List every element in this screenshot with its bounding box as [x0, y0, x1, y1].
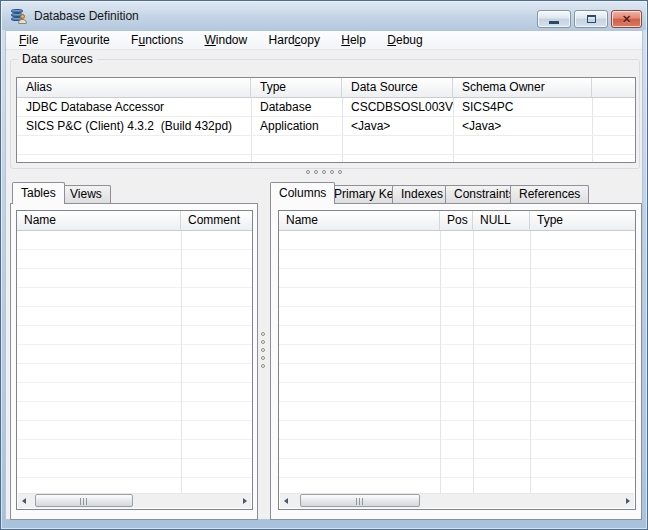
- client-area: File Favourite Functions Window Hardcopy…: [5, 30, 643, 520]
- cell-data-source: <Java>: [342, 117, 453, 136]
- database-user-icon: [11, 8, 27, 24]
- tables-grid: Name Comment: [16, 210, 253, 510]
- columns-grid-body[interactable]: [279, 231, 635, 493]
- cell-schema-owner: SICS4PC: [453, 98, 592, 117]
- cell-alias: SICS P&C (Client) 4.3.2 (Build 432pd): [17, 117, 251, 136]
- scroll-left-button[interactable]: [18, 494, 33, 508]
- tab-views[interactable]: Views: [61, 185, 111, 203]
- maximize-icon: [587, 15, 596, 23]
- scrollbar-thumb[interactable]: [35, 494, 133, 507]
- header-data-source[interactable]: Data Source: [342, 78, 453, 98]
- menu-help[interactable]: Help: [332, 31, 375, 50]
- right-arrow-icon: [243, 498, 247, 504]
- cell-data-source: CSCDBSOSL003V: [342, 98, 453, 117]
- tables-horizontal-scrollbar[interactable]: [18, 493, 251, 508]
- header-type[interactable]: Type: [251, 78, 342, 98]
- thumb-grip-icon: [80, 498, 88, 505]
- maximize-button[interactable]: [574, 10, 608, 28]
- scroll-left-button[interactable]: [280, 494, 295, 508]
- columns-grid: Name Pos NULL Type: [278, 210, 636, 510]
- header-name[interactable]: Name: [279, 211, 440, 231]
- close-icon: ✕: [612, 13, 641, 26]
- title-bar[interactable]: Database Definition ✕: [2, 2, 646, 30]
- menu-window[interactable]: Window: [196, 31, 257, 50]
- menu-file[interactable]: File: [10, 31, 47, 50]
- tables-pane: Name Comment: [10, 203, 258, 520]
- scroll-right-button[interactable]: [619, 494, 634, 508]
- tab-columns[interactable]: Columns: [270, 182, 335, 204]
- left-arrow-icon: [284, 498, 288, 504]
- minimize-button[interactable]: [537, 10, 571, 28]
- menu-favourite[interactable]: Favourite: [51, 31, 119, 50]
- tables-grid-body[interactable]: [17, 231, 252, 493]
- tab-tables[interactable]: Tables: [12, 182, 65, 204]
- header-alias[interactable]: Alias: [17, 78, 251, 98]
- data-sources-table: Alias Type Data Source Schema Owner JDBC…: [16, 77, 636, 163]
- scroll-right-button[interactable]: [236, 494, 251, 508]
- tables-grid-header: Name Comment: [17, 211, 252, 231]
- scrollbar-thumb[interactable]: [300, 494, 420, 507]
- tab-references[interactable]: References: [510, 185, 589, 203]
- cell-schema-owner: <Java>: [453, 117, 592, 136]
- columns-pane: Name Pos NULL Type: [270, 203, 642, 520]
- left-arrow-icon: [22, 498, 26, 504]
- app-window: Database Definition ✕ File Favourite Fun…: [0, 0, 648, 530]
- close-button[interactable]: ✕: [611, 10, 642, 28]
- cell-type: Application: [251, 117, 342, 136]
- header-name[interactable]: Name: [17, 211, 181, 231]
- horizontal-splitter-handle[interactable]: [306, 170, 342, 174]
- columns-grid-header: Name Pos NULL Type: [279, 211, 635, 231]
- columns-horizontal-scrollbar[interactable]: [280, 493, 634, 508]
- table-row[interactable]: JDBC Database Accessor Database CSCDBSOS…: [17, 98, 635, 117]
- table-row-empty: [17, 136, 635, 155]
- data-sources-header-row: Alias Type Data Source Schema Owner: [17, 78, 635, 98]
- column-divider: [473, 231, 474, 493]
- table-row[interactable]: SICS P&C (Client) 4.3.2 (Build 432pd) Ap…: [17, 117, 635, 136]
- column-divider: [530, 231, 531, 493]
- header-schema-owner[interactable]: Schema Owner: [453, 78, 592, 98]
- header-pos[interactable]: Pos: [440, 211, 473, 231]
- tab-indexes[interactable]: Indexes: [392, 185, 452, 203]
- right-arrow-icon: [626, 498, 630, 504]
- vertical-splitter-handle[interactable]: [261, 332, 265, 368]
- menu-functions[interactable]: Functions: [122, 31, 192, 50]
- data-sources-label: Data sources: [18, 52, 97, 66]
- cell-alias: JDBC Database Accessor: [17, 98, 251, 117]
- menu-hardcopy[interactable]: Hardcopy: [260, 31, 329, 50]
- header-filler: [592, 78, 635, 98]
- header-type[interactable]: Type: [530, 211, 635, 231]
- menu-debug[interactable]: Debug: [378, 31, 431, 50]
- header-comment[interactable]: Comment: [181, 211, 252, 231]
- menu-bar: File Favourite Functions Window Hardcopy…: [6, 31, 642, 50]
- window-title: Database Definition: [34, 2, 139, 30]
- header-null[interactable]: NULL: [473, 211, 530, 231]
- cell-type: Database: [251, 98, 342, 117]
- column-divider: [440, 231, 441, 493]
- thumb-grip-icon: [356, 498, 364, 505]
- minimize-icon: [549, 21, 559, 24]
- column-divider: [181, 231, 182, 493]
- table-row-empty: [17, 155, 635, 163]
